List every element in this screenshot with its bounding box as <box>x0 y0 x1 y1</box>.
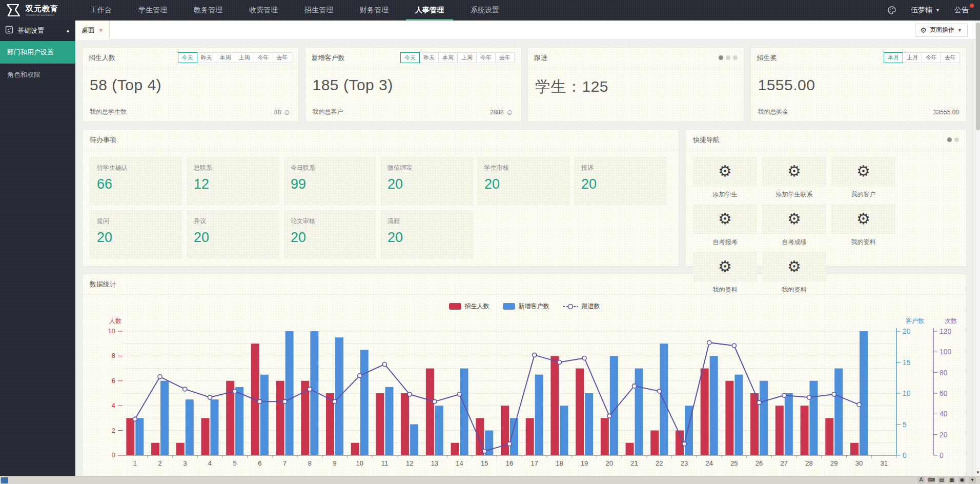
filter-button-本周[interactable]: 本周 <box>216 52 235 63</box>
nav-item-0[interactable]: 工作台 <box>77 0 125 21</box>
todo-item-label: 提问 <box>97 217 182 226</box>
quick-nav-item-6[interactable]: ⚙我的资料 <box>693 252 757 294</box>
carousel-dot-1[interactable] <box>726 55 730 60</box>
chevron-down-icon: ▼ <box>935 8 940 13</box>
quick-nav-item-label: 我的资料 <box>762 286 826 294</box>
sidebar-item-0[interactable]: 部门和用户设置 <box>0 41 75 64</box>
quick-nav-item-0[interactable]: ⚙添加学生 <box>693 156 757 199</box>
quick-nav-item-5[interactable]: ⚙我的资料 <box>831 204 895 247</box>
filter-button-今年[interactable]: 今年 <box>477 52 496 63</box>
filter-button-昨天[interactable]: 昨天 <box>420 52 439 63</box>
vertical-scrollbar[interactable]: ▼ <box>975 21 980 476</box>
volume-icon[interactable]: ◉ <box>958 477 966 483</box>
nav-item-6[interactable]: 人事管理 <box>402 0 457 21</box>
gear-icon: ⚙ <box>787 211 801 227</box>
nav-item-7[interactable]: 系统设置 <box>457 0 513 21</box>
stat-card-footer-label: 我的总奖金 <box>758 108 789 116</box>
legend-label: 新增客户数 <box>519 302 549 311</box>
svg-text:8: 8 <box>112 352 115 359</box>
sidebar-item-1[interactable]: 角色和权限 <box>0 64 75 86</box>
filter-button-昨天[interactable]: 昨天 <box>197 52 216 63</box>
nav-item-1[interactable]: 学生管理 <box>125 0 180 21</box>
legend-item-2[interactable]: 跟进数 <box>563 302 600 311</box>
filter-button-今天[interactable]: 今天 <box>178 52 197 63</box>
tray-collapse-icon[interactable]: ▾ <box>969 477 976 483</box>
quick-nav-item-1[interactable]: ⚙添加学生联系 <box>762 156 826 199</box>
todo-item-4[interactable]: 学生审核20 <box>477 156 570 206</box>
filter-button-本月[interactable]: 本月 <box>884 52 903 63</box>
todo-item-0[interactable]: 待学生确认66 <box>90 156 182 206</box>
chart-legend: 招生人数新增客户数跟进数 <box>83 302 966 311</box>
svg-text:30: 30 <box>855 459 863 467</box>
svg-text:17: 17 <box>530 459 538 467</box>
clipboard-icon[interactable]: ▤ <box>938 477 945 483</box>
svg-text:19: 19 <box>581 459 588 467</box>
scrollbar-down-arrow[interactable]: ▼ <box>975 470 980 476</box>
brand[interactable]: 双元教育 Vocational Education <box>0 3 77 18</box>
todo-item-9[interactable]: 流程20 <box>380 210 473 259</box>
quick-nav-panel: 快捷导航 ⚙添加学生⚙添加学生联系⚙我的客户⚙自考报考⚙自考成绩⚙我的资料⚙我的… <box>685 129 967 267</box>
brand-name: 双元教育 <box>26 5 58 12</box>
nav-item-2[interactable]: 教务管理 <box>180 0 236 21</box>
svg-text:14: 14 <box>456 459 463 467</box>
user-menu[interactable]: 伍梦楠 ▼ <box>911 6 940 15</box>
filter-button-上周[interactable]: 上周 <box>458 52 477 63</box>
gear-icon: ⚙ <box>856 164 870 179</box>
todo-item-2[interactable]: 今日联系99 <box>283 156 376 206</box>
todo-item-1[interactable]: 总联系12 <box>187 156 279 206</box>
filter-button-去年[interactable]: 去年 <box>273 52 292 63</box>
carousel-dot-2[interactable] <box>733 55 738 60</box>
theme-palette-icon[interactable] <box>887 6 896 15</box>
carousel-dot-1[interactable] <box>954 137 959 142</box>
todo-item-5[interactable]: 投诉20 <box>574 156 667 206</box>
svg-text:13: 13 <box>431 459 438 467</box>
filter-button-去年[interactable]: 去年 <box>941 52 960 63</box>
filter-button-去年[interactable]: 去年 <box>496 52 515 63</box>
scrollbar-thumb[interactable] <box>976 23 980 130</box>
todo-item-8[interactable]: 论文审核20 <box>283 210 376 259</box>
filter-button-上月[interactable]: 上月 <box>903 52 922 63</box>
notice-link[interactable]: 公告 <box>954 6 969 15</box>
todo-item-3[interactable]: 微信绑定20 <box>380 156 473 206</box>
todo-item-value: 20 <box>387 230 473 246</box>
quick-nav-item-3[interactable]: ⚙自考报考 <box>693 204 757 247</box>
main-nav: 工作台学生管理教务管理收费管理招生管理财务管理人事管理系统设置 <box>77 0 513 21</box>
svg-text:100: 100 <box>940 348 952 356</box>
page-actions-button[interactable]: ⚙ 页面操作 ▼ <box>915 24 968 37</box>
nav-item-3[interactable]: 收费管理 <box>236 0 291 21</box>
input-method-icon[interactable]: A <box>917 477 925 483</box>
quick-nav-item-label: 我的客户 <box>831 190 895 199</box>
filter-button-今年[interactable]: 今年 <box>254 52 273 63</box>
svg-text:11: 11 <box>381 459 389 467</box>
carousel-dot-0[interactable] <box>719 55 723 60</box>
sidebar-group-basic-settings[interactable]: 基础设置 ▲ <box>0 21 75 41</box>
quick-nav-item-4[interactable]: ⚙自考成绩 <box>762 204 826 247</box>
display-icon[interactable]: ▦ <box>948 477 955 483</box>
filter-button-今年[interactable]: 今年 <box>922 52 941 63</box>
nav-item-4[interactable]: 招生管理 <box>291 0 346 21</box>
svg-text:16: 16 <box>506 459 513 467</box>
todo-item-value: 20 <box>97 230 182 246</box>
filter-button-本周[interactable]: 本周 <box>439 52 458 63</box>
legend-item-0[interactable]: 招生人数 <box>449 302 489 311</box>
keyboard-icon[interactable]: ⌨ <box>928 477 935 483</box>
quick-nav-item-7[interactable]: ⚙我的资料 <box>762 252 826 294</box>
todo-item-7[interactable]: 异议20 <box>187 210 279 259</box>
tab-desktop[interactable]: 桌面 × <box>75 21 110 40</box>
svg-text:3: 3 <box>183 459 187 467</box>
todo-item-value: 20 <box>194 230 279 246</box>
legend-item-1[interactable]: 新增客户数 <box>503 302 549 311</box>
quick-nav-item-label: 自考成绩 <box>762 238 826 247</box>
todo-item-6[interactable]: 提问20 <box>90 210 182 259</box>
system-tray: A⌨▤▦◉▾ <box>917 477 980 483</box>
main-area: 桌面 × ⚙ 页面操作 ▼ 招生人数今天昨天本周上周今年去年58 (Top 4)… <box>75 21 975 476</box>
svg-text:0: 0 <box>112 451 115 459</box>
taskbar-start-icon[interactable] <box>1 477 8 483</box>
carousel-dot-0[interactable] <box>947 137 952 142</box>
gear-icon: ⚙ <box>787 259 801 274</box>
filter-button-今天[interactable]: 今天 <box>400 52 420 63</box>
nav-item-5[interactable]: 财务管理 <box>346 0 402 21</box>
close-icon[interactable]: × <box>99 26 103 34</box>
quick-nav-item-2[interactable]: ⚙我的客户 <box>831 156 895 199</box>
filter-button-上周[interactable]: 上周 <box>235 52 254 63</box>
